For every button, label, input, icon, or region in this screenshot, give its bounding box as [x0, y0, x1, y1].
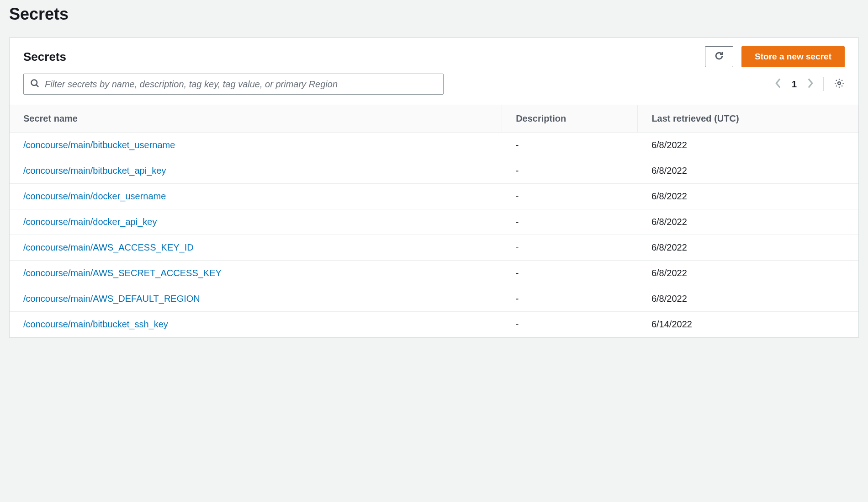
secret-link[interactable]: /concourse/main/docker_username	[23, 191, 166, 201]
cell-description: -	[502, 235, 638, 261]
gear-icon	[834, 78, 845, 91]
table-row: /concourse/main/AWS_ACCESS_KEY_ID-6/8/20…	[10, 235, 858, 261]
cell-description: -	[502, 184, 638, 209]
search-box[interactable]	[23, 74, 444, 95]
table-row: /concourse/main/bitbucket_username-6/8/2…	[10, 133, 858, 158]
cell-last-retrieved: 6/8/2022	[638, 286, 858, 312]
secret-link[interactable]: /concourse/main/bitbucket_api_key	[23, 166, 166, 176]
cell-secret-name: /concourse/main/bitbucket_ssh_key	[10, 312, 502, 337]
prev-page-button[interactable]	[775, 78, 782, 90]
svg-point-0	[32, 80, 37, 86]
store-new-secret-button[interactable]: Store a new secret	[741, 46, 845, 67]
table-row: /concourse/main/bitbucket_ssh_key-6/14/2…	[10, 312, 858, 337]
secret-link[interactable]: /concourse/main/bitbucket_username	[23, 140, 175, 150]
secret-link[interactable]: /concourse/main/docker_api_key	[23, 217, 157, 227]
chevron-right-icon	[807, 78, 813, 90]
page-number: 1	[792, 79, 797, 90]
cell-description: -	[502, 133, 638, 158]
cell-last-retrieved: 6/8/2022	[638, 209, 858, 235]
cell-last-retrieved: 6/8/2022	[638, 261, 858, 286]
chevron-left-icon	[775, 78, 782, 90]
cell-last-retrieved: 6/14/2022	[638, 312, 858, 337]
column-header-name[interactable]: Secret name	[10, 105, 502, 133]
cell-description: -	[502, 312, 638, 337]
pagination: 1	[775, 77, 845, 91]
secrets-table: Secret name Description Last retrieved (…	[10, 105, 858, 337]
table-row: /concourse/main/bitbucket_api_key-6/8/20…	[10, 158, 858, 184]
cell-secret-name: /concourse/main/docker_username	[10, 184, 502, 209]
secret-link[interactable]: /concourse/main/AWS_DEFAULT_REGION	[23, 294, 200, 304]
table-row: /concourse/main/AWS_DEFAULT_REGION-6/8/2…	[10, 286, 858, 312]
next-page-button[interactable]	[807, 78, 813, 90]
cell-last-retrieved: 6/8/2022	[638, 235, 858, 261]
cell-last-retrieved: 6/8/2022	[638, 133, 858, 158]
panel-header: Secrets Store a new secret	[10, 38, 858, 74]
cell-secret-name: /concourse/main/AWS_SECRET_ACCESS_KEY	[10, 261, 502, 286]
search-row: 1	[10, 74, 858, 105]
table-settings-button[interactable]	[834, 78, 845, 91]
refresh-icon	[714, 51, 724, 63]
page-title: Secrets	[9, 5, 859, 24]
secret-link[interactable]: /concourse/main/bitbucket_ssh_key	[23, 319, 168, 329]
cell-description: -	[502, 261, 638, 286]
panel-title: Secrets	[23, 50, 66, 64]
svg-point-1	[838, 82, 841, 85]
secrets-panel: Secrets Store a new secret	[9, 37, 859, 337]
table-row: /concourse/main/AWS_SECRET_ACCESS_KEY-6/…	[10, 261, 858, 286]
cell-description: -	[502, 209, 638, 235]
cell-secret-name: /concourse/main/bitbucket_username	[10, 133, 502, 158]
search-icon	[30, 79, 45, 90]
cell-secret-name: /concourse/main/bitbucket_api_key	[10, 158, 502, 184]
secret-link[interactable]: /concourse/main/AWS_ACCESS_KEY_ID	[23, 242, 194, 252]
secret-link[interactable]: /concourse/main/AWS_SECRET_ACCESS_KEY	[23, 268, 222, 278]
table-row: /concourse/main/docker_api_key-6/8/2022	[10, 209, 858, 235]
column-header-description[interactable]: Description	[502, 105, 638, 133]
cell-secret-name: /concourse/main/AWS_DEFAULT_REGION	[10, 286, 502, 312]
cell-last-retrieved: 6/8/2022	[638, 158, 858, 184]
column-header-last-retrieved[interactable]: Last retrieved (UTC)	[638, 105, 858, 133]
refresh-button[interactable]	[705, 46, 733, 67]
cell-description: -	[502, 286, 638, 312]
cell-secret-name: /concourse/main/AWS_ACCESS_KEY_ID	[10, 235, 502, 261]
search-input[interactable]	[45, 79, 437, 90]
cell-last-retrieved: 6/8/2022	[638, 184, 858, 209]
cell-secret-name: /concourse/main/docker_api_key	[10, 209, 502, 235]
cell-description: -	[502, 158, 638, 184]
table-row: /concourse/main/docker_username-6/8/2022	[10, 184, 858, 209]
pagination-divider	[823, 77, 824, 91]
panel-actions: Store a new secret	[705, 46, 845, 67]
